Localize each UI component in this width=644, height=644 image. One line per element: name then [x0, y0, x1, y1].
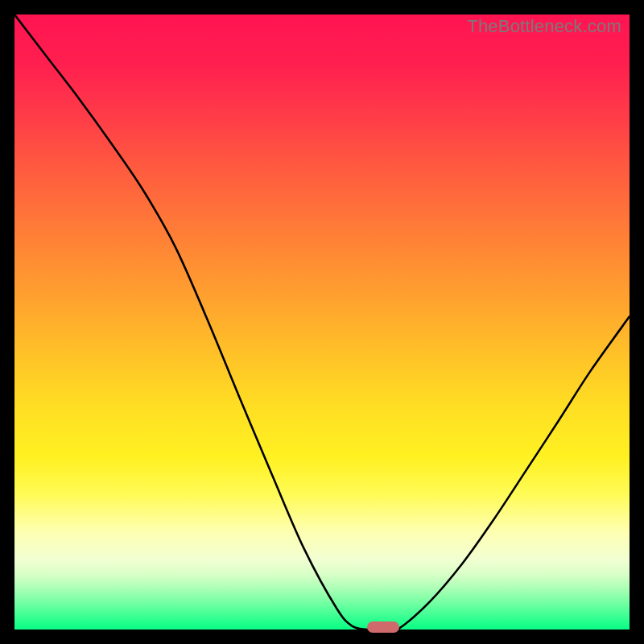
curve-path [14, 14, 630, 630]
bottleneck-curve [14, 14, 630, 630]
optimal-marker [367, 621, 399, 633]
plot-area: TheBottleneck.com [14, 14, 630, 630]
watermark-text: TheBottleneck.com [467, 16, 621, 37]
chart-frame: TheBottleneck.com [0, 0, 644, 644]
